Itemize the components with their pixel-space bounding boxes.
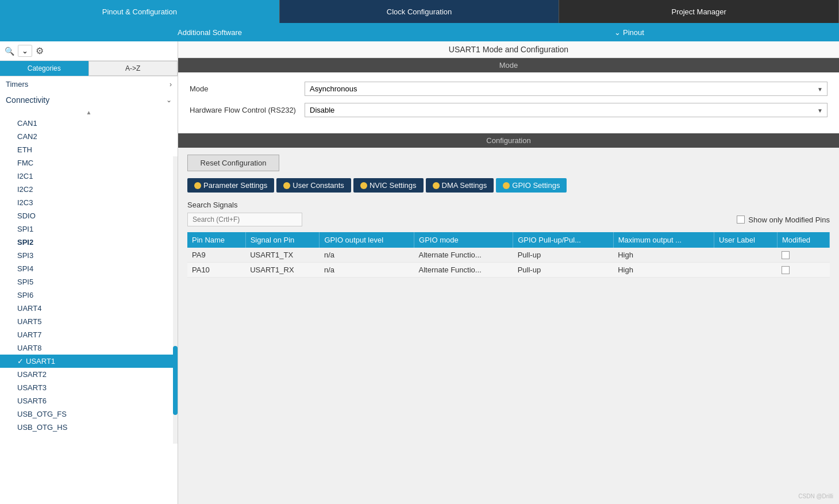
sidebar-search-bar: 🔍 ⌄ ⚙ (0, 41, 178, 61)
sidebar-item-eth[interactable]: ETH (0, 143, 178, 156)
cell-pa9-mode: Alternate Functio... (414, 248, 513, 263)
sidebar-item-can1[interactable]: CAN1 (0, 117, 178, 130)
sidebar-item-sdio[interactable]: SDIO (0, 209, 178, 222)
sidebar-item-uart4[interactable]: UART4 (0, 302, 178, 315)
cell-pa9-max: High (613, 248, 714, 263)
pa10-modified-checkbox[interactable] (782, 266, 790, 274)
col-output-level[interactable]: GPIO output level (320, 232, 414, 248)
pa9-modified-checkbox[interactable] (782, 251, 790, 259)
sidebar-item-usart2[interactable]: USART2 (0, 368, 178, 381)
nvic-settings-dot (360, 182, 367, 189)
additional-software-label: Additional Software (178, 28, 242, 37)
connectivity-arrow: ⌄ (166, 96, 172, 104)
nvic-settings-tab[interactable]: NVIC Settings (353, 178, 424, 193)
col-gpio-mode[interactable]: GPIO mode (414, 232, 513, 248)
sidebar-item-spi6[interactable]: SPI6 (0, 288, 178, 302)
config-section: Configuration Reset Configuration Parame… (178, 133, 839, 504)
dropdown-arrow: ⌄ (22, 47, 28, 55)
sidebar-item-i2c2[interactable]: I2C2 (0, 183, 178, 196)
category-tabs: Categories A->Z (0, 61, 178, 76)
project-manager-tab[interactable]: Project Manager (559, 0, 839, 23)
hw-flow-label: Hardware Flow Control (RS232) (190, 106, 305, 114)
sidebar-item-uart7[interactable]: UART7 (0, 328, 178, 341)
cell-pa10-label (714, 263, 778, 278)
user-constants-tab[interactable]: User Constants (276, 178, 351, 193)
dma-settings-tab[interactable]: DMA Settings (426, 178, 494, 193)
param-settings-dot (194, 182, 201, 189)
checkmark-icon: ✓ (17, 357, 24, 366)
sidebar-item-usart3[interactable]: USART3 (0, 381, 178, 394)
connectivity-section[interactable]: Connectivity ⌄ (0, 92, 178, 108)
sidebar-item-uart8[interactable]: UART8 (0, 341, 178, 355)
pinout-nav[interactable]: ⌄ Pinout (420, 28, 839, 37)
mode-section: Mode Asynchronous Hardware Flow Control … (178, 72, 839, 133)
cell-pa10-output: n/a (320, 263, 414, 278)
clock-config-tab[interactable]: Clock Configuration (280, 0, 560, 23)
sidebar-item-i2c1[interactable]: I2C1 (0, 170, 178, 183)
cell-pa10-pin: PA10 (187, 263, 245, 278)
clock-config-label: Clock Configuration (387, 7, 452, 16)
gpio-settings-dot (503, 182, 510, 189)
sidebar-item-spi5[interactable]: SPI5 (0, 275, 178, 288)
mode-row: Mode Asynchronous (190, 82, 828, 96)
config-content: Reset Configuration Parameter Settings U… (178, 148, 839, 504)
col-signal[interactable]: Signal on Pin (245, 232, 320, 248)
hw-flow-select[interactable]: Disable (305, 103, 828, 117)
cell-pa9-modified (777, 248, 829, 263)
reset-config-button[interactable]: Reset Configuration (187, 155, 279, 171)
show-modified-checkbox[interactable] (737, 216, 745, 224)
col-pin-name[interactable]: Pin Name (187, 232, 245, 248)
dma-settings-dot (433, 182, 440, 189)
cell-pa9-output: n/a (320, 248, 414, 263)
top-navigation: Pinout & Configuration Clock Configurati… (0, 0, 839, 23)
timers-arrow: › (170, 80, 172, 89)
table-row: PA10 USART1_RX n/a Alternate Functio... … (187, 263, 830, 278)
col-user-label[interactable]: User Label (714, 232, 778, 248)
search-dropdown[interactable]: ⌄ (18, 45, 32, 57)
mode-select[interactable]: Asynchronous (305, 82, 828, 96)
cell-pa9-signal: USART1_TX (245, 248, 320, 263)
gear-icon[interactable]: ⚙ (36, 45, 44, 56)
sidebar-item-i2c3[interactable]: I2C3 (0, 196, 178, 209)
cell-pa10-pull: Pull-up (513, 263, 613, 278)
timers-label: Timers (6, 80, 28, 89)
col-modified[interactable]: Modified (777, 232, 829, 248)
table-header-row: Pin Name Signal on Pin GPIO output level… (187, 232, 830, 248)
sidebar-item-usb-otg-fs[interactable]: USB_OTG_FS (0, 407, 178, 421)
pinout-label: Pinout (623, 28, 644, 37)
a-to-z-tab[interactable]: A->Z (88, 61, 178, 76)
pinout-config-label: Pinout & Configuration (102, 7, 177, 16)
col-pull-up[interactable]: GPIO Pull-up/Pul... (513, 232, 613, 248)
col-max-output[interactable]: Maximum output ... (613, 232, 714, 248)
sidebar-item-spi3[interactable]: SPI3 (0, 249, 178, 262)
gpio-table-body: PA9 USART1_TX n/a Alternate Functio... P… (187, 248, 830, 278)
timers-section[interactable]: Timers › (0, 76, 178, 92)
sidebar-item-usart1[interactable]: ✓ USART1 (0, 355, 178, 368)
categories-tab[interactable]: Categories (0, 61, 88, 76)
additional-software-nav[interactable]: Additional Software (0, 28, 420, 37)
cell-pa9-pull: Pull-up (513, 248, 613, 263)
mode-section-header: Mode (178, 58, 839, 72)
sidebar-item-usart6[interactable]: USART6 (0, 394, 178, 407)
scrollbar-thumb[interactable] (173, 346, 178, 415)
cell-pa10-mode: Alternate Functio... (414, 263, 513, 278)
search-signals-input[interactable] (187, 213, 302, 226)
sidebar-item-fmc[interactable]: FMC (0, 156, 178, 170)
cell-pa9-pin: PA9 (187, 248, 245, 263)
cell-pa10-signal: USART1_RX (245, 263, 320, 278)
mode-select-wrapper[interactable]: Asynchronous (305, 82, 828, 96)
sidebar-item-spi4[interactable]: SPI4 (0, 262, 178, 275)
hw-flow-select-wrapper[interactable]: Disable (305, 103, 828, 117)
sidebar-item-usb-otg-hs[interactable]: USB_OTG_HS (0, 421, 178, 434)
gpio-settings-tab[interactable]: GPIO Settings (496, 178, 567, 193)
pinout-config-tab[interactable]: Pinout & Configuration (0, 0, 280, 23)
sidebar-item-uart5[interactable]: UART5 (0, 315, 178, 328)
sidebar-item-spi1[interactable]: SPI1 (0, 222, 178, 236)
content-area: USART1 Mode and Configuration Mode Mode … (178, 41, 839, 504)
sidebar: 🔍 ⌄ ⚙ Categories A->Z Timers › Connectiv… (0, 41, 178, 504)
main-layout: 🔍 ⌄ ⚙ Categories A->Z Timers › Connectiv… (0, 41, 839, 504)
sidebar-item-spi2[interactable]: SPI2 (0, 236, 178, 249)
param-settings-tab[interactable]: Parameter Settings (187, 178, 274, 193)
scroll-up-arrow: ▲ (0, 108, 178, 117)
sidebar-item-can2[interactable]: CAN2 (0, 130, 178, 143)
